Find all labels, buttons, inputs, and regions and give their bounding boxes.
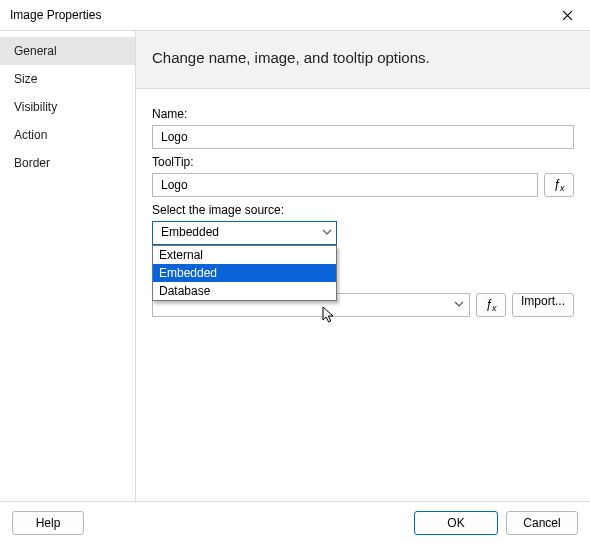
name-input-value: Logo — [161, 130, 188, 144]
tooltip-expression-button[interactable]: ƒx — [544, 173, 574, 197]
fx-icon: ƒx — [553, 177, 564, 193]
tooltip-label: ToolTip: — [152, 155, 574, 169]
help-button-label: Help — [36, 516, 61, 530]
dropdown-option-database[interactable]: Database — [153, 282, 336, 300]
content-area: General Size Visibility Action Border Ch… — [0, 31, 590, 501]
dropdown-option-external[interactable]: External — [153, 246, 336, 264]
image-source-dropdown[interactable]: External Embedded Database — [152, 245, 337, 301]
name-label: Name: — [152, 107, 574, 121]
footer: Help OK Cancel — [0, 501, 590, 543]
image-source-select[interactable]: Embedded — [152, 221, 337, 245]
sidebar-item-label: Size — [14, 72, 37, 86]
dropdown-option-label: Embedded — [159, 266, 217, 280]
sidebar-item-label: Action — [14, 128, 47, 142]
image-value-expression-button[interactable]: ƒx — [476, 293, 506, 317]
help-button[interactable]: Help — [12, 511, 84, 535]
sidebar-item-label: General — [14, 44, 57, 58]
sidebar: General Size Visibility Action Border — [0, 31, 136, 501]
main-header: Change name, image, and tooltip options. — [136, 31, 590, 89]
form-area: Name: Logo ToolTip: Logo ƒx Select the i… — [136, 89, 590, 329]
chevron-down-icon — [454, 298, 464, 312]
name-input[interactable]: Logo — [152, 125, 574, 149]
import-button-label: Import... — [521, 294, 565, 308]
sidebar-item-general[interactable]: General — [0, 37, 135, 65]
source-label: Select the image source: — [152, 203, 574, 217]
page-heading: Change name, image, and tooltip options. — [152, 49, 574, 66]
title-bar: Image Properties — [0, 0, 590, 30]
dropdown-option-label: External — [159, 248, 203, 262]
close-icon — [562, 10, 573, 21]
sidebar-item-border[interactable]: Border — [0, 149, 135, 177]
ok-button-label: OK — [447, 516, 464, 530]
window-title: Image Properties — [10, 8, 101, 22]
sidebar-item-visibility[interactable]: Visibility — [0, 93, 135, 121]
sidebar-item-label: Border — [14, 156, 50, 170]
image-source-value: Embedded — [161, 225, 219, 239]
sidebar-item-label: Visibility — [14, 100, 57, 114]
tooltip-input[interactable]: Logo — [152, 173, 538, 197]
cancel-button[interactable]: Cancel — [506, 511, 578, 535]
fx-icon: ƒx — [485, 297, 496, 313]
chevron-down-icon — [322, 226, 332, 240]
ok-button[interactable]: OK — [414, 511, 498, 535]
dropdown-option-label: Database — [159, 284, 210, 298]
main-panel: Change name, image, and tooltip options.… — [136, 31, 590, 501]
dropdown-option-embedded[interactable]: Embedded — [153, 264, 336, 282]
cancel-button-label: Cancel — [523, 516, 560, 530]
sidebar-item-action[interactable]: Action — [0, 121, 135, 149]
sidebar-item-size[interactable]: Size — [0, 65, 135, 93]
tooltip-input-value: Logo — [161, 178, 188, 192]
close-button[interactable] — [552, 0, 582, 30]
import-button[interactable]: Import... — [512, 293, 574, 317]
